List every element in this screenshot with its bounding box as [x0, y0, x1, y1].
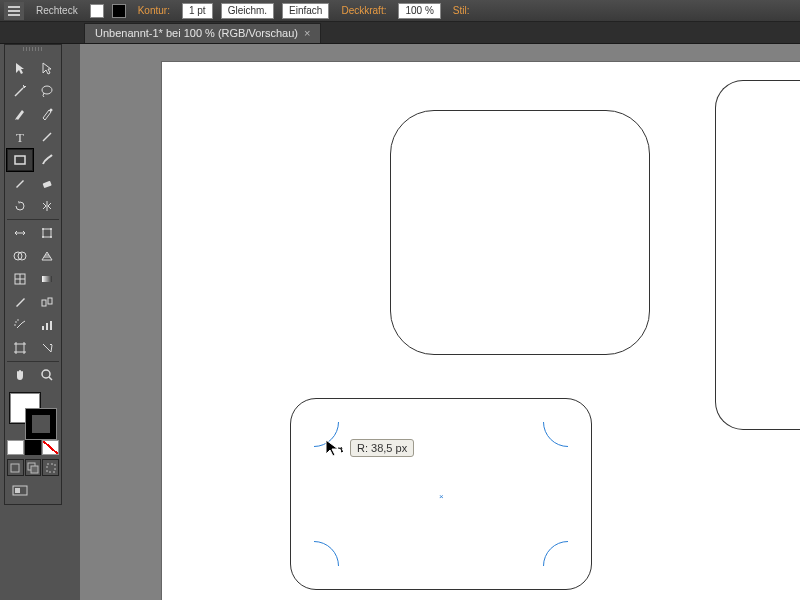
svg-rect-35	[15, 488, 20, 493]
document-tabbar: Unbenannt-1* bei 100 % (RGB/Vorschau) ×	[0, 22, 800, 44]
svg-rect-33	[47, 464, 55, 472]
brush-def[interactable]: Einfach	[282, 3, 329, 19]
artboard: × R: 38,5 px	[162, 62, 800, 600]
live-corner-widget-br[interactable]	[543, 541, 593, 591]
svg-line-29	[49, 377, 52, 380]
slice-tool[interactable]	[34, 337, 60, 359]
hand-tool[interactable]	[7, 364, 33, 386]
svg-rect-2	[8, 14, 20, 16]
tool-name-label: Rechteck	[32, 5, 82, 16]
stroke-profile[interactable]: Gleichm.	[221, 3, 274, 19]
app-menu-icon[interactable]	[4, 2, 24, 20]
stroke-width-field[interactable]: 1 pt	[182, 3, 213, 19]
draw-normal-icon[interactable]	[7, 459, 24, 476]
symbol-sprayer-tool[interactable]	[7, 314, 33, 336]
svg-rect-27	[16, 344, 24, 352]
svg-rect-20	[48, 298, 52, 304]
svg-rect-25	[46, 323, 48, 330]
svg-point-23	[14, 324, 16, 326]
screen-mode-icon[interactable]	[7, 480, 33, 502]
color-mode-icon[interactable]	[7, 440, 24, 455]
svg-rect-19	[42, 300, 46, 306]
rounded-rect-3[interactable]	[715, 80, 800, 430]
svg-rect-26	[50, 321, 52, 330]
style-label: Stil:	[449, 5, 474, 16]
perspective-grid-tool[interactable]	[34, 245, 60, 267]
svg-rect-10	[43, 229, 51, 237]
svg-rect-32	[31, 466, 38, 473]
cursor-icon	[324, 438, 346, 458]
live-corner-widget-bl[interactable]	[289, 541, 339, 591]
svg-point-5	[50, 109, 53, 112]
eraser-tool[interactable]	[34, 172, 60, 194]
direct-selection-tool[interactable]	[34, 57, 60, 79]
document-tab[interactable]: Unbenannt-1* bei 100 % (RGB/Vorschau) ×	[84, 23, 321, 43]
svg-point-21	[15, 321, 17, 323]
rectangle-tool[interactable]	[7, 149, 33, 171]
shape-builder-tool[interactable]	[7, 245, 33, 267]
column-graph-tool[interactable]	[34, 314, 60, 336]
lasso-tool[interactable]	[34, 80, 60, 102]
opacity-field[interactable]: 100 %	[398, 3, 440, 19]
fill-stroke-control[interactable]	[7, 390, 61, 438]
center-point-icon: ×	[439, 492, 443, 496]
reflect-tool[interactable]	[34, 195, 60, 217]
svg-point-13	[42, 236, 44, 238]
svg-rect-9	[43, 181, 52, 188]
stroke-label: Kontur:	[134, 5, 174, 16]
svg-rect-18	[42, 276, 52, 282]
svg-rect-1	[8, 10, 20, 12]
line-segment-tool[interactable]	[34, 126, 60, 148]
close-icon[interactable]: ×	[304, 27, 310, 39]
gradient-mode-icon[interactable]	[25, 440, 42, 455]
cursor-with-tooltip: R: 38,5 px	[324, 438, 414, 458]
svg-point-11	[42, 228, 44, 230]
type-tool[interactable]: T	[7, 126, 33, 148]
tools-panel: T	[4, 44, 62, 505]
control-bar: Rechteck Kontur: 1 pt Gleichm. Einfach D…	[0, 0, 800, 22]
opacity-label: Deckkraft:	[337, 5, 390, 16]
stroke-swatch[interactable]	[112, 4, 126, 18]
artboard-tool[interactable]	[7, 337, 33, 359]
svg-point-28	[42, 370, 50, 378]
svg-line-7	[43, 133, 51, 141]
width-tool[interactable]	[7, 222, 33, 244]
selection-tool[interactable]	[7, 57, 33, 79]
mesh-tool[interactable]	[7, 268, 33, 290]
rotate-tool[interactable]	[7, 195, 33, 217]
panel-grip-icon[interactable]	[23, 47, 43, 51]
eyedropper-tool[interactable]	[7, 291, 33, 313]
svg-rect-0	[8, 6, 20, 8]
svg-point-12	[50, 228, 52, 230]
magic-wand-tool[interactable]	[7, 80, 33, 102]
rounded-rect-2-selected[interactable]: ×	[290, 398, 592, 590]
radius-tooltip: R: 38,5 px	[350, 439, 414, 457]
stroke-color-swatch[interactable]	[25, 408, 57, 440]
pencil-tool[interactable]	[7, 172, 33, 194]
canvas-area[interactable]: × R: 38,5 px	[80, 44, 800, 600]
document-tab-title: Unbenannt-1* bei 100 % (RGB/Vorschau)	[95, 27, 298, 39]
gradient-tool[interactable]	[34, 268, 60, 290]
draw-behind-icon[interactable]	[25, 459, 42, 476]
fill-swatch[interactable]	[90, 4, 104, 18]
svg-point-22	[17, 319, 19, 321]
free-transform-tool[interactable]	[34, 222, 60, 244]
svg-rect-30	[11, 464, 19, 472]
live-corner-widget-tr[interactable]	[543, 397, 593, 447]
paintbrush-tool[interactable]	[34, 149, 60, 171]
svg-point-14	[50, 236, 52, 238]
rounded-rect-1[interactable]	[390, 110, 650, 355]
svg-text:T: T	[16, 130, 24, 144]
pen-tool[interactable]	[7, 103, 33, 125]
svg-rect-24	[42, 326, 44, 330]
blend-tool[interactable]	[34, 291, 60, 313]
draw-inside-icon[interactable]	[42, 459, 59, 476]
svg-point-4	[42, 86, 52, 94]
none-mode-icon[interactable]	[42, 440, 59, 455]
zoom-tool[interactable]	[34, 364, 60, 386]
curvature-tool[interactable]	[34, 103, 60, 125]
svg-rect-8	[15, 156, 25, 164]
